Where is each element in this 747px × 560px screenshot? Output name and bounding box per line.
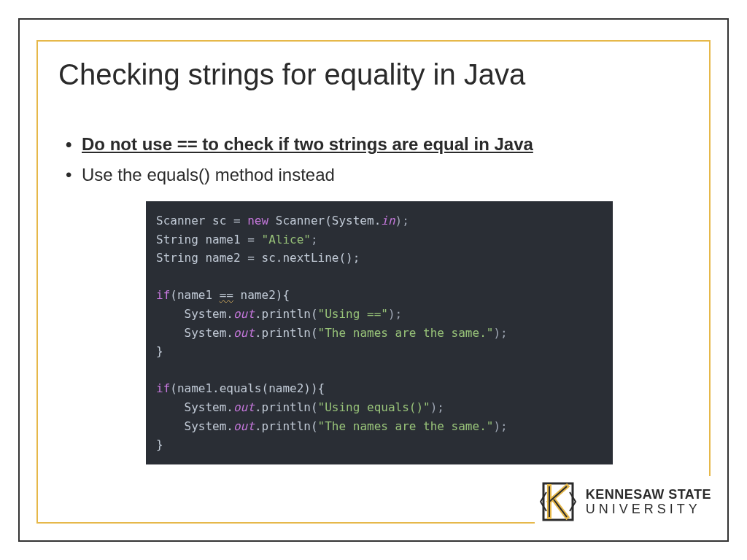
code-line: System.out.println("The names are the sa… xyxy=(156,419,508,433)
code-line: Scanner sc = new Scanner(System.in); xyxy=(156,214,409,228)
university-logo: KENNESAW STATE UNIVERSITY xyxy=(535,476,714,527)
code-line: System.out.println("Using equals()"); xyxy=(156,400,444,414)
bullet-item: Use the equals() method instead xyxy=(66,162,689,188)
slide-content: Checking strings for equality in Java Do… xyxy=(58,58,689,516)
code-line: String name2 = sc.nextLine(); xyxy=(156,251,360,265)
code-line: System.out.println("The names are the sa… xyxy=(156,326,508,340)
bullet-item: Do not use == to check if two strings ar… xyxy=(66,131,689,158)
logo-icon xyxy=(538,479,578,524)
code-block: Scanner sc = new Scanner(System.in); Str… xyxy=(146,201,613,464)
code-line: } xyxy=(156,438,163,451)
logo-text: KENNESAW STATE UNIVERSITY xyxy=(586,488,711,516)
bullet-list: Do not use == to check if two strings ar… xyxy=(66,131,689,188)
code-line: System.out.println("Using =="); xyxy=(156,307,402,321)
logo-line1: KENNESAW STATE xyxy=(586,488,711,501)
code-line: String name1 = "Alice"; xyxy=(156,233,318,246)
logo-line2: UNIVERSITY xyxy=(586,502,711,516)
code-line: if(name1.equals(name2)){ xyxy=(156,381,325,395)
code-line: } xyxy=(156,344,163,358)
code-line: if(name1 == name2){ xyxy=(156,288,290,302)
slide-title: Checking strings for equality in Java xyxy=(58,58,689,91)
